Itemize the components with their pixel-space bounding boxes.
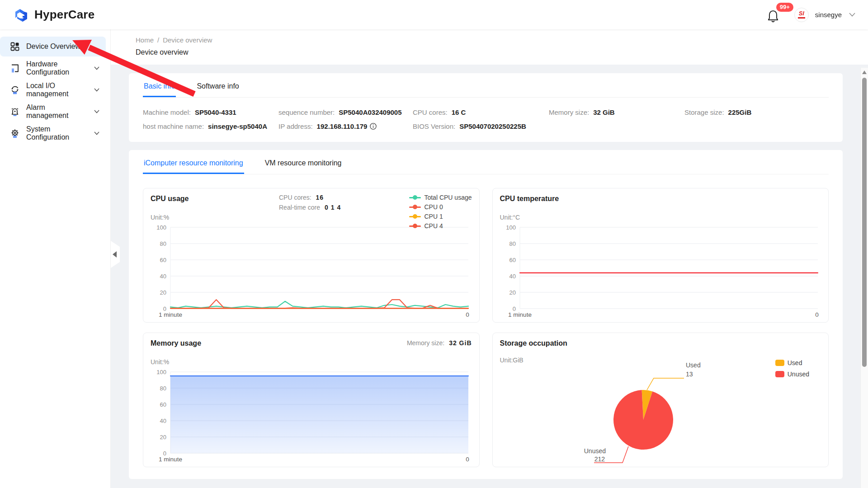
svg-text:60: 60 [160,257,166,263]
svg-text:40: 40 [509,273,515,280]
svg-text:80: 80 [509,240,515,247]
chevron-down-icon [94,88,99,92]
legend-used[interactable]: Used [775,359,809,366]
unit-label: Unit:% [151,214,169,221]
legend-unused[interactable]: Unused [775,371,809,378]
info-icon[interactable] [370,123,377,130]
svg-text:60: 60 [509,257,515,263]
svg-text:0: 0 [815,311,819,318]
svg-text:100: 100 [156,369,166,375]
monitoring-tabs: iComputer resource monitoring VM resourc… [143,150,829,174]
grid-icon [10,42,20,52]
storage-legend: Used Unused [775,359,809,378]
legend-total-cpu[interactable]: Total CPU usage [409,194,472,201]
svg-text:40: 40 [160,273,166,280]
legend-cpu-1[interactable]: CPU 1 [409,213,472,220]
svg-text:0: 0 [466,311,469,318]
chart-title: CPU usage [151,195,189,203]
tab-basic-info[interactable]: Basic info [143,73,176,97]
svg-text:20: 20 [160,289,166,296]
cpu-usage-legend: Total CPU usage CPU 0 CPU 1 CPU 4 [409,194,472,230]
field-host-machine-name: host machine name: sinsegye-sp5040A [143,122,278,130]
io-icon [10,85,20,95]
username: sinsegye [815,11,842,19]
field-ip-address: IP address: 192.168.110.179 [278,122,413,130]
legend-cpu-4[interactable]: CPU 4 [409,222,472,230]
main-content: Home / Device overview Device overview B… [111,29,868,488]
notifications-button[interactable]: 99+ [767,5,788,25]
field-cpu-cores: CPU cores: 16 C [413,108,549,116]
svg-text:20: 20 [160,434,166,441]
svg-text:Used: Used [686,361,701,369]
field-memory-size: Memory size: 32 GiB [549,108,684,116]
info-tabs: Basic info Software info [143,73,829,98]
alarm-icon [10,107,20,117]
hardware-icon [10,63,20,73]
memory-usage-chart: 0204060801001 minute0 [151,368,472,464]
chart-title: Memory usage [151,339,201,347]
breadcrumb-home[interactable]: Home [136,36,154,44]
memory-usage-panel: Memory usage Memory size: 32 GiB Unit:% … [143,333,480,467]
collapse-left-icon [113,251,117,258]
cpu-temperature-panel: CPU temperature Unit:°C 0204060801001 mi… [492,188,829,323]
breadcrumb: Home / Device overview [136,36,850,44]
sidebar-item-label: Local I/O management [26,82,88,98]
avatar[interactable]: Sl [794,8,809,22]
sidebar-item-alarm-management[interactable]: Alarm management [0,102,106,122]
basic-info-card: Basic info Software info Machine model: … [129,73,843,142]
hypercare-logo-icon [14,7,30,23]
field-storage-size: Storage size: 225GiB [684,108,829,116]
svg-text:Unused: Unused [584,447,605,455]
sidebar-item-hardware-configuration[interactable]: Hardware Configuration [0,58,106,78]
memory-size-stat: Memory size: 32 GiB [407,339,472,347]
tab-software-info[interactable]: Software info [196,73,240,97]
tab-vm-monitoring[interactable]: VM resource monitoring [264,150,343,174]
sidebar-item-label: Alarm management [26,103,88,120]
svg-text:80: 80 [160,385,166,392]
field-sequence-number: sequence number: SP5040A032409005 [278,108,413,116]
field-machine-model: Machine model: SP5040-4331 [143,108,278,116]
field-bios-version: BIOS Version: SP50407020250225B [413,122,549,130]
unit-label: Unit:°C [500,214,520,221]
chart-title: CPU temperature [500,195,559,203]
svg-text:20: 20 [509,289,515,296]
breadcrumb-current: Device overview [163,36,212,44]
svg-text:80: 80 [160,240,166,247]
svg-text:1 minute: 1 minute [508,311,532,318]
device-fields: Machine model: SP5040-4331 sequence numb… [143,98,829,130]
scrollbar-thumb[interactable] [862,78,867,367]
vertical-scrollbar [860,68,868,488]
storage-pie-chart: Used13Unused212 [493,333,829,467]
chevron-down-icon [94,110,99,113]
logo-text: HyperCare [34,8,94,22]
chevron-down-icon [94,131,99,135]
sidebar-item-local-io-management[interactable]: Local I/O management [0,80,106,100]
svg-text:100: 100 [506,224,516,231]
svg-text:1 minute: 1 minute [159,311,182,318]
page-title: Device overview [136,48,850,56]
notification-badge: 99+ [776,3,793,12]
svg-text:13: 13 [686,371,693,378]
sidebar-item-label: Device Overview [26,42,80,51]
cpu-stats: CPU cores: 16 Real-time core 0 1 4 [279,194,341,214]
scrollbar-up-arrow[interactable] [862,70,867,74]
svg-text:0: 0 [466,456,469,463]
monitoring-card: iComputer resource monitoring VM resourc… [129,150,843,479]
sidebar-item-system-configuration[interactable]: System Configuration [0,123,106,143]
svg-text:40: 40 [160,418,166,424]
gear-icon [10,128,20,138]
sidebar-item-device-overview[interactable]: Device Overview [0,37,106,56]
legend-cpu-0[interactable]: CPU 0 [409,203,472,211]
bell-icon [767,10,779,23]
sidebar: Device Overview Hardware Configuration [0,29,111,488]
sidebar-item-label: Hardware Configuration [26,60,88,76]
unit-label: Unit:% [151,358,169,366]
storage-occupation-panel: Storage occupation Unit:GiB Used Unused … [492,333,829,467]
svg-text:100: 100 [156,224,166,231]
breadcrumb-separator: / [157,36,159,44]
cpu-usage-panel: CPU usage CPU cores: 16 Real-time core 0… [143,188,480,323]
svg-text:60: 60 [160,401,166,408]
user-menu-chevron-icon[interactable] [849,13,855,17]
sidebar-item-label: System Configuration [26,125,88,141]
tab-icomputer-monitoring[interactable]: iComputer resource monitoring [143,150,244,174]
